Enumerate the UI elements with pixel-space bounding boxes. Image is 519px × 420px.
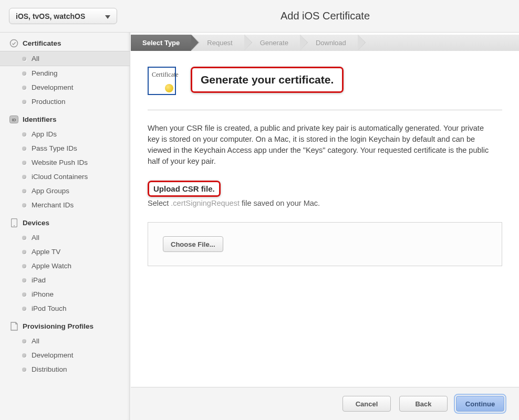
bullet-icon — [22, 236, 26, 240]
sidebar-section-title: Devices — [23, 219, 49, 227]
page-title: Add iOS Certificate — [281, 10, 370, 22]
sidebar-item-certificates-development[interactable]: Development — [0, 80, 130, 94]
device-icon — [9, 218, 18, 227]
cancel-button[interactable]: Cancel — [342, 396, 391, 412]
sidebar-section-devices: Devices — [0, 212, 130, 230]
wizard-step-select-type[interactable]: Select Type — [131, 35, 191, 51]
sidebar-item-label: Pass Type IDs — [32, 144, 77, 152]
bullet-icon — [22, 57, 26, 61]
svg-marker-0 — [105, 15, 110, 19]
bullet-icon — [22, 86, 26, 90]
bullet-icon — [22, 339, 26, 343]
sidebar-item-certificates-pending[interactable]: Pending — [0, 66, 130, 80]
upload-heading: Upload CSR file. — [148, 181, 221, 197]
wizard-step-label: Request — [207, 39, 232, 47]
sidebar-item-label: Apple Watch — [32, 262, 71, 270]
sidebar-section-certificates: Certificates — [0, 33, 130, 51]
sidebar-item-certificates-production[interactable]: Production — [0, 94, 130, 109]
sidebar-item-ipod-touch[interactable]: iPod Touch — [0, 301, 130, 316]
sidebar-item-label: Development — [32, 83, 74, 91]
continue-button[interactable]: Continue — [456, 396, 504, 412]
bullet-icon — [22, 278, 26, 282]
upload-well: Choose File... — [148, 222, 502, 266]
bullet-icon — [22, 250, 26, 254]
wizard-step-label: Select Type — [142, 39, 180, 47]
bullet-icon — [22, 353, 26, 358]
sidebar-section-provisioning: Provisioning Profiles — [0, 316, 130, 334]
bullet-icon — [22, 307, 26, 311]
bullet-icon — [22, 146, 26, 151]
sidebar-item-certificates-all[interactable]: All — [0, 51, 130, 66]
sidebar-item-icloud-containers[interactable]: iCloud Containers — [0, 170, 130, 184]
bullet-icon — [22, 292, 26, 297]
sidebar-item-merchant-ids[interactable]: Merchant IDs — [0, 198, 130, 212]
wizard-tail — [358, 35, 519, 51]
svg-text:ID: ID — [12, 118, 16, 122]
certificate-hero-icon: Certificate — [148, 67, 176, 95]
seal-icon — [165, 84, 173, 92]
sidebar-item-label: iCloud Containers — [32, 173, 88, 181]
bullet-icon — [22, 161, 26, 165]
sidebar-item-label: Pending — [32, 69, 58, 77]
bullet-icon — [22, 368, 26, 372]
sidebar-item-label: iPod Touch — [32, 304, 67, 312]
sidebar-item-label: Apple TV — [32, 248, 60, 256]
sidebar-item-label: App Groups — [32, 187, 69, 195]
chevron-down-icon — [105, 12, 110, 20]
button-label: Continue — [465, 400, 495, 408]
sidebar-item-app-groups[interactable]: App Groups — [0, 184, 130, 198]
sidebar-item-label: iPhone — [32, 290, 54, 298]
choose-file-button[interactable]: Choose File... — [163, 236, 223, 252]
sidebar-item-label: Production — [32, 98, 66, 106]
upload-hint-pre: Select — [148, 199, 171, 207]
divider — [148, 110, 502, 110]
svg-point-5 — [14, 225, 15, 226]
bullet-icon — [22, 71, 26, 76]
id-icon: ID — [9, 115, 18, 124]
sidebar-item-website-push-ids[interactable]: Website Push IDs — [0, 155, 130, 170]
button-label: Cancel — [356, 400, 378, 408]
sidebar-section-identifiers: ID Identifiers — [0, 109, 130, 127]
sidebar: Certificates All Pending Development Pro… — [0, 33, 130, 420]
upload-hint-post: file saved on your Mac. — [240, 199, 320, 207]
sidebar-item-profiles-development[interactable]: Development — [0, 348, 130, 362]
sidebar-item-label: All — [32, 337, 39, 345]
upload-hint: Select .certSigningRequest file saved on… — [148, 199, 502, 207]
profile-icon — [9, 322, 18, 331]
sidebar-item-iphone[interactable]: iPhone — [0, 287, 130, 301]
wizard-step-download[interactable]: Download — [300, 35, 358, 51]
bullet-icon — [22, 132, 26, 136]
upload-hint-code: .certSigningRequest — [171, 199, 240, 207]
description-paragraph: When your CSR file is created, a public … — [148, 123, 489, 167]
wizard-step-generate[interactable]: Generate — [244, 35, 300, 51]
wizard-steps: Select Type Request Generate Download — [131, 35, 519, 51]
footer-actions: Cancel Back Continue — [131, 387, 519, 420]
back-button[interactable]: Back — [399, 396, 448, 412]
wizard-step-label: Generate — [260, 39, 288, 47]
platform-dropdown[interactable]: iOS, tvOS, watchOS — [9, 8, 117, 24]
platform-dropdown-label: iOS, tvOS, watchOS — [16, 12, 85, 20]
sidebar-item-profiles-all[interactable]: All — [0, 334, 130, 348]
bullet-icon — [22, 175, 26, 179]
sidebar-section-title: Identifiers — [23, 116, 57, 123]
sidebar-item-label: Distribution — [32, 365, 67, 373]
page-heading: Generate your certificate. — [201, 74, 334, 86]
sidebar-section-title: Provisioning Profiles — [23, 322, 94, 330]
sidebar-item-pass-type-ids[interactable]: Pass Type IDs — [0, 141, 130, 155]
sidebar-item-label: App IDs — [32, 130, 57, 138]
sidebar-item-ipad[interactable]: iPad — [0, 273, 130, 287]
bullet-icon — [22, 189, 26, 193]
bullet-icon — [22, 100, 26, 104]
heading-highlight: Generate your certificate. — [191, 67, 344, 93]
bullet-icon — [22, 264, 26, 268]
sidebar-item-label: Development — [32, 351, 74, 359]
sidebar-item-app-ids[interactable]: App IDs — [0, 127, 130, 141]
sidebar-item-profiles-distribution[interactable]: Distribution — [0, 362, 130, 376]
sidebar-item-apple-watch[interactable]: Apple Watch — [0, 259, 130, 273]
bullet-icon — [22, 203, 26, 207]
sidebar-item-label: All — [32, 55, 39, 62]
sidebar-item-apple-tv[interactable]: Apple TV — [0, 245, 130, 259]
sidebar-item-label: iPad — [32, 276, 46, 284]
sidebar-item-devices-all[interactable]: All — [0, 230, 130, 245]
certificate-icon — [9, 39, 18, 48]
